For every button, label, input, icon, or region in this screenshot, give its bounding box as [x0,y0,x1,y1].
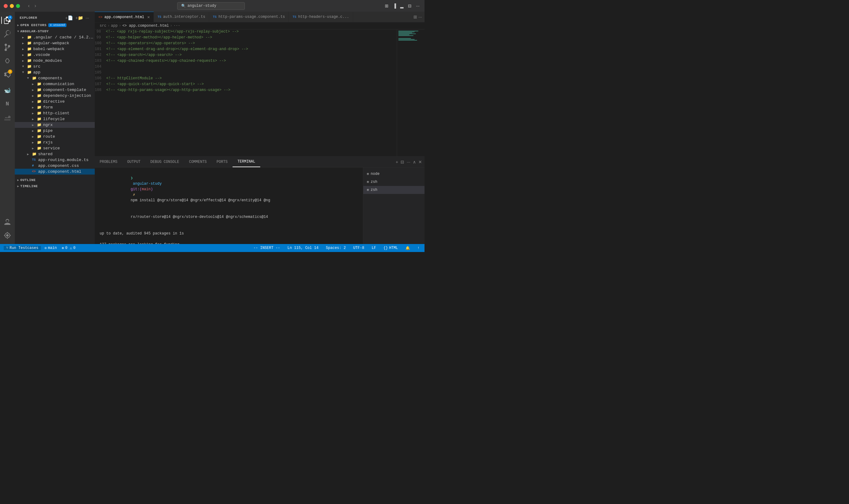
activity-chart[interactable] [1,111,14,124]
panel-tab-output[interactable]: OUTPUT [122,157,145,167]
activity-npm[interactable]: N [1,98,14,110]
more-terminal-button[interactable]: ··· [407,160,410,164]
tree-label: babel-webpack [33,47,64,51]
activity-explorer[interactable]: 4 [1,14,14,26]
activity-source-control[interactable] [1,41,14,53]
breadcrumb-src[interactable]: src [100,24,106,28]
insert-mode-item[interactable]: -- INSERT -- [252,246,281,250]
new-terminal-button[interactable]: + [396,160,398,164]
feedback-item[interactable]: ↑ [416,246,421,250]
tree-item-rxjs[interactable]: ▶ 📁 rxjs [15,140,95,145]
nav-forward-button[interactable]: › [33,2,38,9]
open-editors-header[interactable]: ▶ OPEN EDITORS 4 unsaved [15,22,95,28]
panel-content: ❯ angular-study git:(main) ✗ npm install… [95,167,424,244]
tree-item-lifecycle[interactable]: ▶ 📁 lifecycle [15,116,95,122]
tab-auth-interceptor[interactable]: TS auth.interceptor.ts [154,12,209,22]
folder-arrow: ▼ [27,76,32,80]
tree-item-angular-cache[interactable]: ▶ 📁 .angular / cache / 14.2.13 [15,34,95,40]
encoding-item[interactable]: UTF-8 [352,246,365,250]
minimize-button[interactable] [10,4,14,8]
split-editor-button[interactable]: ⊞ [413,15,417,19]
tree-label: app [33,70,40,75]
more-tabs-button[interactable]: ··· [418,15,422,19]
errors-item[interactable]: ⊗ 0 ⚠ 0 [60,246,77,250]
tree-item-form[interactable]: ▶ 📁 form [15,105,95,110]
tab-app-component-html[interactable]: <> app.component.html ✕ [95,12,154,22]
git-main-item[interactable]: ⊙ main [44,246,58,250]
split-terminal-button[interactable]: ⊟ [400,160,404,164]
tree-item-component-template[interactable]: ▶ 📁 component-template [15,87,95,93]
close-button[interactable] [4,4,8,8]
open-editors-label: OPEN EDITORS [20,23,47,27]
tree-item-pipe[interactable]: ▶ 📁 pipe [15,128,95,134]
tree-item-app-routing[interactable]: ▶ TS app-routing.module.ts [15,157,95,163]
sidebar-toggle-icon[interactable]: ▐ [392,3,397,9]
panel-toggle-icon[interactable]: ▂ [399,3,405,9]
breadcrumb-symbol[interactable]: ··· [173,24,180,28]
activity-bar: 4 1 🐋 N [0,12,15,244]
tree-label: component-template [43,88,86,92]
panel-tab-debug-console[interactable]: DEBUG CONSOLE [145,157,184,167]
tree-item-communication[interactable]: ▶ 📁 communication [15,81,95,87]
panel-tab-comments[interactable]: COMMENTS [184,157,212,167]
terminal-session-zsh2[interactable]: ⊞ zsh [363,186,424,194]
tree-item-node-modules[interactable]: ▶ 📁 node_modules [15,58,95,64]
project-header[interactable]: ▼ ANGULAR-STUDY [15,28,95,34]
code-editor[interactable]: 98 <!-- <app rxjs-replay-subject></app-r… [95,30,424,157]
tree-item-angular-webpack[interactable]: ▶ 📁 angular-webpack [15,40,95,46]
tree-item-ngrx[interactable]: ▶ 📁 ngrx [15,122,95,128]
tab-close-icon[interactable]: ✕ [148,15,150,20]
git-branch-item[interactable]: ⑂ Run Testcases [4,246,41,250]
layout-icon[interactable]: ⊞ [384,3,390,9]
terminal-session-node[interactable]: ⊞ node [363,170,424,178]
panel-tab-terminal[interactable]: TERMINAL [232,157,260,167]
search-box[interactable]: 🔍 angular-study [177,2,245,10]
nav-back-button[interactable]: ‹ [26,2,31,9]
activity-run-debug[interactable] [1,55,14,67]
tree-item-app[interactable]: ▼ 📁 app [15,70,95,75]
activity-docker[interactable]: 🐋 [1,84,14,96]
more-options-icon[interactable]: ··· [415,3,421,9]
breadcrumb-file[interactable]: <> app.component.html [122,24,169,28]
activity-extensions[interactable]: 1 [1,68,14,80]
panel-tab-problems[interactable]: PROBLEMS [95,157,122,167]
outline-header[interactable]: ▶ OUTLINE [15,177,95,183]
tree-item-shared[interactable]: ▶ 📁 shared [15,151,95,157]
folder-icon: 📁 [37,111,42,115]
tree-item-http-client[interactable]: ▶ 📁 http-client [15,110,95,116]
tree-item-service[interactable]: ▶ 📁 service [15,145,95,151]
panel-tab-ports[interactable]: PORTS [212,157,232,167]
line-ending-item[interactable]: LF [370,246,377,250]
position-item[interactable]: Ln 115, Col 14 [287,246,320,250]
activity-accounts[interactable] [1,216,14,228]
tree-item-route[interactable]: ▶ 📁 route [15,134,95,140]
tree-item-dependency-injection[interactable]: ▶ 📁 dependency-injection [15,93,95,98]
close-panel-button[interactable]: ✕ [418,160,422,164]
tree-item-app-component-html[interactable]: ▶ <> app.component.html [15,169,95,175]
activity-settings[interactable] [1,229,14,241]
spaces-item[interactable]: Spaces: 2 [325,246,347,250]
tree-item-components[interactable]: ▼ 📁 components [15,75,95,81]
tree-label: http-client [43,111,70,115]
folder-arrow: ▶ [32,88,37,92]
tree-item-babel-webpack[interactable]: ▶ 📁 babel-webpack [15,46,95,52]
tab-http-params[interactable]: TS http-params-usage.component.ts [209,12,289,22]
terminal-area[interactable]: ❯ angular-study git:(main) ✗ npm install… [95,167,363,244]
layout-customize-icon[interactable]: ⊟ [407,3,413,9]
tree-item-app-component-css[interactable]: ▶ # app.component.css [15,163,95,169]
timeline-header[interactable]: ▶ TIMELINE [15,183,95,189]
tree-item-vscode[interactable]: ▶ 📁 .vscode [15,52,95,58]
tab-http-headers[interactable]: TS http-headers-usage.c... [289,12,353,22]
maximize-panel-button[interactable]: ∧ [413,160,416,164]
tree-item-directive[interactable]: ▶ 📁 directive [15,98,95,105]
notification-item[interactable]: 🔔 [404,246,411,250]
terminal-session-zsh1[interactable]: ⊞ zsh [363,178,424,186]
breadcrumb-app[interactable]: app [111,24,118,28]
new-folder-button[interactable]: +📁 [75,15,84,21]
language-item[interactable]: {} HTML [382,246,399,250]
tree-item-src[interactable]: ▼ 📁 src [15,64,95,70]
new-file-button[interactable]: +📄 [65,15,73,21]
activity-search[interactable] [1,28,14,40]
more-options-button[interactable]: ··· [85,15,90,21]
maximize-button[interactable] [16,4,20,8]
